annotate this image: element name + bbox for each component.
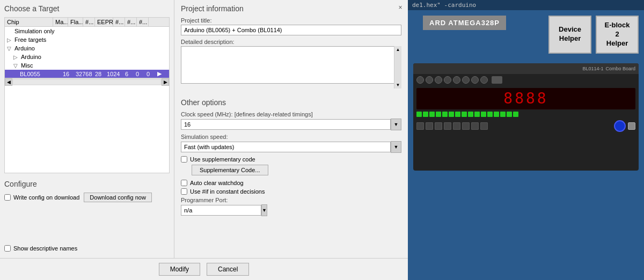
seven-seg-display: 8888 xyxy=(503,90,548,107)
choose-target-title: Choose a Target xyxy=(4,4,170,13)
col-eepr: EEPR... xyxy=(95,18,113,26)
scroll-track[interactable] xyxy=(13,80,160,84)
table-header: Chip Ma... Fla... #... EEPR... #... #...… xyxy=(5,18,169,27)
clock-speed-input[interactable] xyxy=(181,119,391,130)
h-scrollbar[interactable]: ◀ ▶ xyxy=(5,78,169,85)
led-0 xyxy=(416,112,422,117)
auto-clear-watchdog-label: Auto clear watchdog xyxy=(190,180,244,186)
led-10 xyxy=(481,112,486,117)
led-4 xyxy=(442,112,448,117)
right-background: de1.hex" -carduino ARD ATMEGA328P Device… xyxy=(408,0,644,280)
eepr-value: 1024 xyxy=(107,71,125,77)
show-descriptive-checkbox[interactable] xyxy=(4,245,11,252)
device-helper-line2: Helper xyxy=(559,34,581,42)
board-btn-sq-3 xyxy=(444,122,451,130)
modify-button[interactable]: Modify xyxy=(159,263,200,276)
led-12 xyxy=(494,112,499,117)
configure-title: Configure xyxy=(4,180,170,188)
simulation-speed-input[interactable] xyxy=(181,142,391,152)
board-btn-c3 xyxy=(453,76,460,84)
device-label: ARD ATMEGA328P xyxy=(423,16,506,30)
h1-value: 28 xyxy=(95,71,107,77)
scroll-right-btn[interactable]: ▶ xyxy=(162,78,169,86)
use-supplementary-checkbox[interactable] xyxy=(181,156,187,163)
project-info-title: Project information xyxy=(181,4,401,13)
project-info-section: Project information Project title: Detai… xyxy=(181,4,401,92)
board-btn-sq-2 xyxy=(435,122,442,130)
green-leds xyxy=(416,112,635,117)
download-config-button[interactable]: Download config now xyxy=(84,193,152,202)
scroll-up-icon[interactable]: ▲ xyxy=(394,46,401,53)
table-row[interactable]: BL0055 16 32768 28 1024 6 0 0 ▶ xyxy=(5,70,169,78)
board-top-bar: BL0114-1 Combo Board xyxy=(413,63,639,74)
list-item[interactable]: ▽ Arduino xyxy=(5,44,169,53)
board-btn-c6 xyxy=(426,76,433,84)
list-item-label: Arduino xyxy=(21,54,167,60)
target-table: Chip Ma... Fla... #... EEPR... #... #...… xyxy=(4,17,170,173)
clock-speed-label: Clock speed (MHz): [defines delay-relate… xyxy=(181,111,401,117)
col-hash1: #... xyxy=(83,18,95,26)
led-6 xyxy=(455,112,460,117)
bottom-buttons xyxy=(416,122,612,130)
board-btn-c2 xyxy=(462,76,470,84)
action-buttons: Modify Cancel xyxy=(0,258,408,280)
eblock-helper-line3: Helper xyxy=(606,39,628,47)
list-item[interactable]: ▷ Free targets xyxy=(5,35,169,44)
board-sublabel: Combo Board xyxy=(605,66,635,71)
led-8 xyxy=(468,112,473,117)
board-btn-c5 xyxy=(435,76,442,84)
project-title-label: Project title: xyxy=(181,17,401,24)
scroll-down-icon[interactable]: ▼ xyxy=(394,82,401,89)
board-btn-sq-7 xyxy=(480,122,488,130)
board-btn-sq-0 xyxy=(416,122,424,130)
board-bottom xyxy=(413,118,639,134)
device-helper-button[interactable]: Device Helper xyxy=(548,16,591,54)
expand-icon: ▷ xyxy=(13,54,21,60)
detailed-desc-label: Detailed description: xyxy=(181,39,401,45)
use-hash-if-row: Use #if in constant decisions xyxy=(181,188,401,195)
h4-value: 0 xyxy=(147,71,157,77)
programmer-port-input[interactable] xyxy=(181,205,261,216)
show-descriptive-row: Show descriptive names xyxy=(4,245,170,252)
use-supplementary-label: Use supplementary code xyxy=(190,156,255,163)
description-wrapper: ▲ ▼ xyxy=(181,46,401,89)
led-3 xyxy=(436,112,441,117)
col-ma: Ma... xyxy=(53,18,68,26)
list-item[interactable]: ▷ Arduino xyxy=(5,53,169,61)
col-hash3: #... xyxy=(125,18,137,26)
list-item[interactable]: ▽ Misc xyxy=(5,61,169,70)
auto-clear-watchdog-checkbox[interactable] xyxy=(181,180,187,186)
write-config-label: Write config on download xyxy=(13,194,79,201)
board-btn-sq-6 xyxy=(471,122,479,130)
flash-value: 32768 xyxy=(76,71,95,77)
led-1 xyxy=(423,112,428,117)
list-item-label: Free targets xyxy=(14,36,167,43)
scroll-left-btn[interactable]: ◀ xyxy=(5,78,12,86)
write-config-checkbox[interactable] xyxy=(4,194,11,201)
h2-value: 6 xyxy=(125,71,136,77)
supplementary-code-button[interactable]: Supplementary Code... xyxy=(192,165,268,175)
clock-speed-wrapper: ▼ xyxy=(181,119,401,130)
close-button[interactable]: × xyxy=(396,3,405,12)
write-config-row: Write config on download Download config… xyxy=(4,193,170,202)
eblock-helper-button[interactable]: E-block 2 Helper xyxy=(596,16,639,54)
project-title-input[interactable] xyxy=(181,25,401,35)
simulation-speed-dropdown-btn[interactable]: ▼ xyxy=(391,141,401,153)
list-item-label: Misc xyxy=(21,62,167,69)
list-item-label: Simulation only xyxy=(14,28,167,34)
cancel-button[interactable]: Cancel xyxy=(207,263,249,276)
list-item[interactable]: Simulation only xyxy=(5,27,169,35)
led-9 xyxy=(474,112,480,117)
helper-buttons-row: ARD ATMEGA328P Device Helper E-block 2 H… xyxy=(408,10,644,59)
show-descriptive-label: Show descriptive names xyxy=(13,245,77,252)
detailed-desc-textarea[interactable] xyxy=(181,46,401,84)
clock-speed-dropdown-btn[interactable]: ▼ xyxy=(391,119,401,130)
programmer-port-dropdown-btn[interactable]: ▼ xyxy=(261,204,267,216)
led-7 xyxy=(462,112,467,117)
eblock-helper-line1: E-block xyxy=(605,21,630,29)
combo-board: BL0114-1 Combo Board 8888 xyxy=(413,63,639,171)
desc-scrollbar[interactable]: ▲ ▼ xyxy=(394,46,401,89)
use-hash-if-checkbox[interactable] xyxy=(181,188,187,195)
arrow-indicator: ▶ xyxy=(157,70,162,77)
expand-icon: ▽ xyxy=(7,46,14,51)
